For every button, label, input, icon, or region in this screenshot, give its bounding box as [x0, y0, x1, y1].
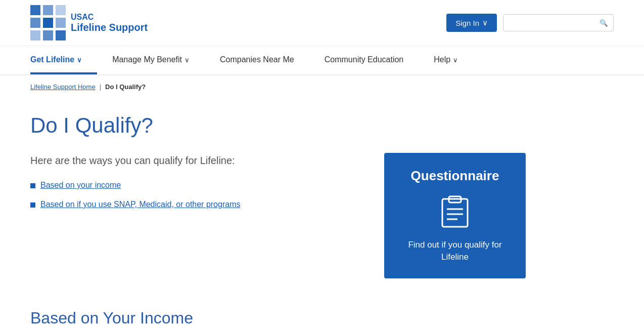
- svg-rect-0: [30, 5, 40, 15]
- sign-in-chevron-icon: ∨: [482, 18, 488, 27]
- questionnaire-box[interactable]: Questionnaire Find out if you qualify fo…: [384, 153, 526, 278]
- nav-label-community: Community Education: [325, 55, 404, 64]
- svg-rect-8: [56, 30, 66, 40]
- svg-rect-5: [56, 18, 66, 28]
- bullet-icon: [30, 183, 35, 188]
- questionnaire-title: Questionnaire: [411, 168, 499, 184]
- get-lifeline-chevron-icon: ∨: [77, 56, 82, 64]
- clipboard-icon: [440, 194, 470, 231]
- nav-item-get-lifeline[interactable]: Get Lifeline ∨: [30, 46, 97, 74]
- help-chevron-icon: ∨: [453, 56, 458, 64]
- search-icon: 🔍: [600, 19, 608, 27]
- breadcrumb: Lifeline Support Home | Do I Qualify?: [0, 75, 644, 98]
- svg-rect-1: [43, 5, 53, 15]
- content-left: Here are the ways you can qualify for Li…: [30, 153, 354, 219]
- main-content: Do I Qualify? Here are the ways you can …: [0, 98, 556, 299]
- nav-item-help[interactable]: Help ∨: [419, 46, 473, 74]
- lifeline-label: Lifeline Support: [71, 22, 148, 33]
- svg-rect-7: [43, 30, 53, 40]
- content-row: Here are the ways you can qualify for Li…: [30, 153, 526, 278]
- section-income-title: Based on Your Income: [0, 309, 644, 326]
- logo-text: USAC Lifeline Support: [71, 13, 148, 33]
- nav-item-manage[interactable]: Manage My Benefit ∨: [97, 46, 205, 74]
- breadcrumb-separator: |: [100, 83, 101, 91]
- usac-label: USAC: [71, 13, 148, 22]
- sign-in-button[interactable]: Sign In ∨: [446, 14, 497, 32]
- site-header: USAC Lifeline Support Sign In ∨ 🔍: [0, 0, 644, 46]
- nav-item-companies[interactable]: Companies Near Me: [205, 46, 309, 74]
- qualify-link-programs[interactable]: Based on if you use SNAP, Medicaid, or o…: [40, 200, 240, 209]
- questionnaire-sub-text: Find out if you qualify for Lifeline: [397, 239, 513, 263]
- search-button[interactable]: 🔍: [594, 15, 613, 31]
- svg-rect-6: [30, 30, 40, 40]
- nav-label-get-lifeline: Get Lifeline: [30, 55, 74, 64]
- sign-in-label: Sign In: [455, 19, 479, 27]
- qualify-list: Based on your income Based on if you use…: [30, 181, 354, 209]
- bullet-icon: [30, 202, 35, 208]
- nav-label-companies: Companies Near Me: [220, 55, 294, 64]
- header-right: Sign In ∨ 🔍: [446, 14, 614, 32]
- logo-area: USAC Lifeline Support: [30, 5, 148, 40]
- breadcrumb-home-link[interactable]: Lifeline Support Home: [30, 83, 96, 91]
- qualify-link-income[interactable]: Based on your income: [40, 181, 121, 190]
- svg-rect-2: [56, 5, 66, 15]
- main-nav: Get Lifeline ∨ Manage My Benefit ∨ Compa…: [0, 46, 644, 75]
- nav-label-help: Help: [434, 55, 450, 64]
- svg-rect-3: [30, 18, 40, 28]
- usac-logo-icon: [30, 5, 66, 40]
- svg-rect-4: [43, 18, 53, 28]
- search-input[interactable]: [503, 15, 594, 31]
- search-box: 🔍: [503, 14, 614, 31]
- nav-item-community[interactable]: Community Education: [309, 46, 419, 74]
- intro-text: Here are the ways you can qualify for Li…: [30, 153, 354, 168]
- list-item: Based on your income: [30, 181, 354, 190]
- page-title: Do I Qualify?: [30, 113, 526, 138]
- nav-label-manage: Manage My Benefit: [112, 55, 182, 64]
- manage-chevron-icon: ∨: [185, 56, 190, 64]
- list-item: Based on if you use SNAP, Medicaid, or o…: [30, 200, 354, 209]
- breadcrumb-current-page: Do I Qualify?: [105, 83, 146, 91]
